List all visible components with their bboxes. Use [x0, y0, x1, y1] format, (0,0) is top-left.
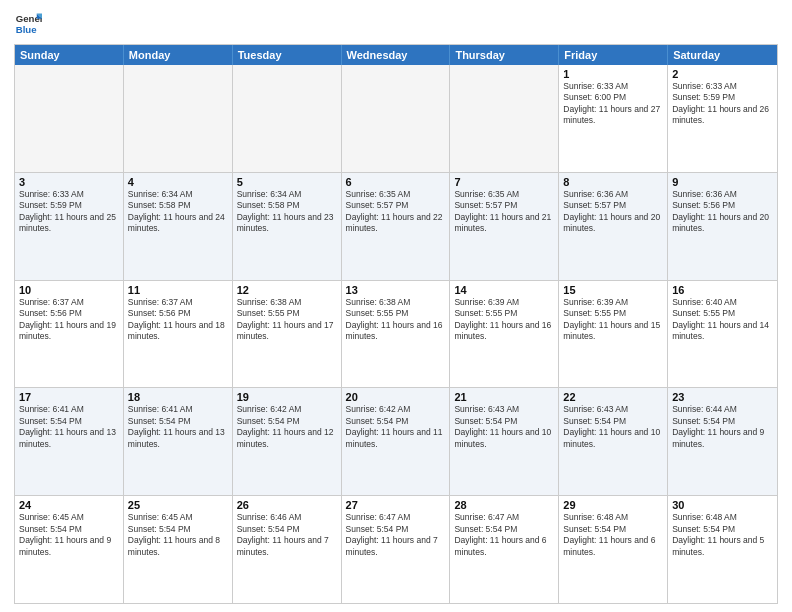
calendar-cell: 2Sunrise: 6:33 AMSunset: 5:59 PMDaylight… — [668, 65, 777, 172]
svg-text:Blue: Blue — [16, 24, 37, 35]
calendar-cell: 24Sunrise: 6:45 AMSunset: 5:54 PMDayligh… — [15, 496, 124, 603]
day-number: 6 — [346, 176, 446, 188]
calendar-cell: 15Sunrise: 6:39 AMSunset: 5:55 PMDayligh… — [559, 281, 668, 388]
day-info: Sunrise: 6:39 AMSunset: 5:55 PMDaylight:… — [454, 297, 554, 343]
calendar-body: 1Sunrise: 6:33 AMSunset: 6:00 PMDaylight… — [15, 65, 777, 603]
calendar-cell: 17Sunrise: 6:41 AMSunset: 5:54 PMDayligh… — [15, 388, 124, 495]
calendar-cell: 14Sunrise: 6:39 AMSunset: 5:55 PMDayligh… — [450, 281, 559, 388]
day-number: 10 — [19, 284, 119, 296]
header: General Blue — [14, 10, 778, 38]
day-info: Sunrise: 6:35 AMSunset: 5:57 PMDaylight:… — [454, 189, 554, 235]
day-number: 9 — [672, 176, 773, 188]
day-info: Sunrise: 6:34 AMSunset: 5:58 PMDaylight:… — [128, 189, 228, 235]
day-number: 13 — [346, 284, 446, 296]
day-number: 3 — [19, 176, 119, 188]
calendar-cell: 8Sunrise: 6:36 AMSunset: 5:57 PMDaylight… — [559, 173, 668, 280]
calendar-row: 10Sunrise: 6:37 AMSunset: 5:56 PMDayligh… — [15, 281, 777, 389]
calendar-cell: 9Sunrise: 6:36 AMSunset: 5:56 PMDaylight… — [668, 173, 777, 280]
day-info: Sunrise: 6:48 AMSunset: 5:54 PMDaylight:… — [563, 512, 663, 558]
calendar-cell: 3Sunrise: 6:33 AMSunset: 5:59 PMDaylight… — [15, 173, 124, 280]
day-number: 21 — [454, 391, 554, 403]
calendar-cell — [342, 65, 451, 172]
calendar-cell: 6Sunrise: 6:35 AMSunset: 5:57 PMDaylight… — [342, 173, 451, 280]
day-info: Sunrise: 6:46 AMSunset: 5:54 PMDaylight:… — [237, 512, 337, 558]
calendar-cell: 21Sunrise: 6:43 AMSunset: 5:54 PMDayligh… — [450, 388, 559, 495]
calendar-cell: 30Sunrise: 6:48 AMSunset: 5:54 PMDayligh… — [668, 496, 777, 603]
calendar-cell: 13Sunrise: 6:38 AMSunset: 5:55 PMDayligh… — [342, 281, 451, 388]
day-number: 1 — [563, 68, 663, 80]
day-number: 23 — [672, 391, 773, 403]
weekday-header: Thursday — [450, 45, 559, 65]
calendar: SundayMondayTuesdayWednesdayThursdayFrid… — [14, 44, 778, 604]
day-number: 15 — [563, 284, 663, 296]
day-info: Sunrise: 6:48 AMSunset: 5:54 PMDaylight:… — [672, 512, 773, 558]
day-number: 26 — [237, 499, 337, 511]
calendar-cell: 11Sunrise: 6:37 AMSunset: 5:56 PMDayligh… — [124, 281, 233, 388]
calendar-cell: 23Sunrise: 6:44 AMSunset: 5:54 PMDayligh… — [668, 388, 777, 495]
day-info: Sunrise: 6:44 AMSunset: 5:54 PMDaylight:… — [672, 404, 773, 450]
day-info: Sunrise: 6:43 AMSunset: 5:54 PMDaylight:… — [454, 404, 554, 450]
calendar-row: 24Sunrise: 6:45 AMSunset: 5:54 PMDayligh… — [15, 496, 777, 603]
day-number: 5 — [237, 176, 337, 188]
calendar-row: 1Sunrise: 6:33 AMSunset: 6:00 PMDaylight… — [15, 65, 777, 173]
day-info: Sunrise: 6:45 AMSunset: 5:54 PMDaylight:… — [19, 512, 119, 558]
day-number: 20 — [346, 391, 446, 403]
day-number: 7 — [454, 176, 554, 188]
day-info: Sunrise: 6:38 AMSunset: 5:55 PMDaylight:… — [237, 297, 337, 343]
day-info: Sunrise: 6:39 AMSunset: 5:55 PMDaylight:… — [563, 297, 663, 343]
calendar-cell: 10Sunrise: 6:37 AMSunset: 5:56 PMDayligh… — [15, 281, 124, 388]
day-info: Sunrise: 6:35 AMSunset: 5:57 PMDaylight:… — [346, 189, 446, 235]
day-info: Sunrise: 6:42 AMSunset: 5:54 PMDaylight:… — [346, 404, 446, 450]
day-number: 22 — [563, 391, 663, 403]
calendar-cell: 18Sunrise: 6:41 AMSunset: 5:54 PMDayligh… — [124, 388, 233, 495]
day-info: Sunrise: 6:41 AMSunset: 5:54 PMDaylight:… — [19, 404, 119, 450]
calendar-cell: 22Sunrise: 6:43 AMSunset: 5:54 PMDayligh… — [559, 388, 668, 495]
calendar-cell — [124, 65, 233, 172]
page: General Blue SundayMondayTuesdayWednesda… — [0, 0, 792, 612]
calendar-cell: 1Sunrise: 6:33 AMSunset: 6:00 PMDaylight… — [559, 65, 668, 172]
day-info: Sunrise: 6:33 AMSunset: 5:59 PMDaylight:… — [672, 81, 773, 127]
day-info: Sunrise: 6:41 AMSunset: 5:54 PMDaylight:… — [128, 404, 228, 450]
day-number: 17 — [19, 391, 119, 403]
day-info: Sunrise: 6:34 AMSunset: 5:58 PMDaylight:… — [237, 189, 337, 235]
day-info: Sunrise: 6:47 AMSunset: 5:54 PMDaylight:… — [454, 512, 554, 558]
weekday-header: Wednesday — [342, 45, 451, 65]
calendar-cell: 20Sunrise: 6:42 AMSunset: 5:54 PMDayligh… — [342, 388, 451, 495]
day-number: 28 — [454, 499, 554, 511]
weekday-header: Friday — [559, 45, 668, 65]
weekday-header: Sunday — [15, 45, 124, 65]
day-info: Sunrise: 6:33 AMSunset: 5:59 PMDaylight:… — [19, 189, 119, 235]
day-info: Sunrise: 6:43 AMSunset: 5:54 PMDaylight:… — [563, 404, 663, 450]
weekday-header: Tuesday — [233, 45, 342, 65]
day-number: 19 — [237, 391, 337, 403]
calendar-cell: 19Sunrise: 6:42 AMSunset: 5:54 PMDayligh… — [233, 388, 342, 495]
day-number: 14 — [454, 284, 554, 296]
day-info: Sunrise: 6:45 AMSunset: 5:54 PMDaylight:… — [128, 512, 228, 558]
calendar-cell: 25Sunrise: 6:45 AMSunset: 5:54 PMDayligh… — [124, 496, 233, 603]
day-number: 30 — [672, 499, 773, 511]
day-number: 11 — [128, 284, 228, 296]
day-number: 25 — [128, 499, 228, 511]
day-info: Sunrise: 6:36 AMSunset: 5:57 PMDaylight:… — [563, 189, 663, 235]
day-number: 2 — [672, 68, 773, 80]
day-number: 4 — [128, 176, 228, 188]
logo: General Blue — [14, 10, 42, 38]
weekday-header: Saturday — [668, 45, 777, 65]
day-info: Sunrise: 6:42 AMSunset: 5:54 PMDaylight:… — [237, 404, 337, 450]
day-number: 16 — [672, 284, 773, 296]
calendar-cell: 27Sunrise: 6:47 AMSunset: 5:54 PMDayligh… — [342, 496, 451, 603]
day-info: Sunrise: 6:38 AMSunset: 5:55 PMDaylight:… — [346, 297, 446, 343]
calendar-cell: 4Sunrise: 6:34 AMSunset: 5:58 PMDaylight… — [124, 173, 233, 280]
calendar-cell: 5Sunrise: 6:34 AMSunset: 5:58 PMDaylight… — [233, 173, 342, 280]
day-info: Sunrise: 6:33 AMSunset: 6:00 PMDaylight:… — [563, 81, 663, 127]
calendar-cell — [15, 65, 124, 172]
day-number: 12 — [237, 284, 337, 296]
calendar-cell: 29Sunrise: 6:48 AMSunset: 5:54 PMDayligh… — [559, 496, 668, 603]
calendar-cell: 12Sunrise: 6:38 AMSunset: 5:55 PMDayligh… — [233, 281, 342, 388]
day-number: 8 — [563, 176, 663, 188]
calendar-cell: 28Sunrise: 6:47 AMSunset: 5:54 PMDayligh… — [450, 496, 559, 603]
calendar-row: 17Sunrise: 6:41 AMSunset: 5:54 PMDayligh… — [15, 388, 777, 496]
calendar-cell: 16Sunrise: 6:40 AMSunset: 5:55 PMDayligh… — [668, 281, 777, 388]
day-number: 29 — [563, 499, 663, 511]
day-number: 18 — [128, 391, 228, 403]
